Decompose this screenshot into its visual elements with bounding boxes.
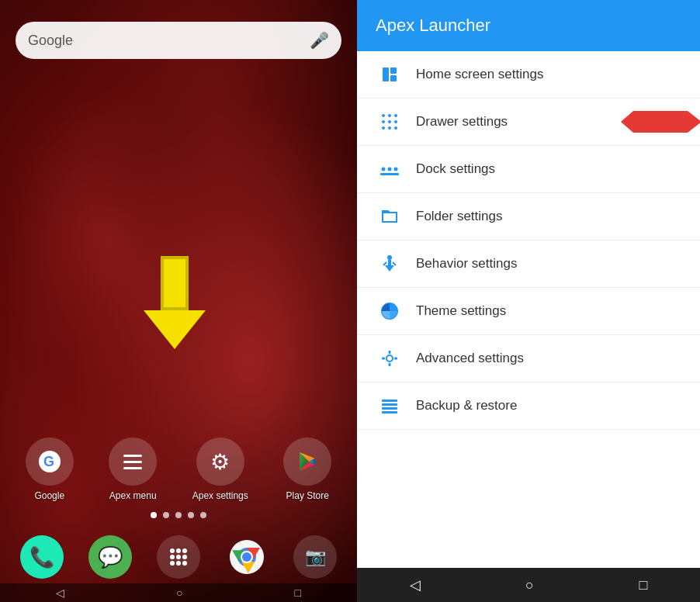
right-nav-bar: ◁ ○ □ <box>357 568 700 602</box>
red-arrow-body <box>633 111 688 133</box>
dot-5 <box>200 512 206 518</box>
svg-point-14 <box>182 561 187 566</box>
right-back-nav[interactable]: ◁ <box>394 570 436 600</box>
phone-dock-icon[interactable]: 📞 <box>20 535 64 579</box>
home-screen-label: Home screen settings <box>416 67 543 82</box>
svg-point-12 <box>170 561 175 566</box>
apex-menu-icon-circle <box>109 438 157 486</box>
camera-icon: 📷 <box>305 547 326 567</box>
right-recents-nav[interactable]: □ <box>623 571 663 600</box>
svg-point-32 <box>382 168 386 171</box>
svg-point-7 <box>176 548 181 553</box>
svg-point-28 <box>394 120 397 123</box>
dock-label: Dock settings <box>416 161 495 177</box>
svg-rect-48 <box>382 400 397 402</box>
red-arrow-tip-left <box>621 111 633 133</box>
behavior-icon <box>376 254 404 273</box>
menu-item-behavior[interactable]: Behavior settings <box>357 240 700 288</box>
messages-dock-icon[interactable]: 💬 <box>88 535 132 579</box>
home-nav-icon[interactable]: ○ <box>176 586 182 599</box>
svg-marker-38 <box>385 265 394 272</box>
svg-point-19 <box>242 552 251 562</box>
svg-point-33 <box>388 168 392 171</box>
recents-nav-icon[interactable]: □ <box>295 586 301 599</box>
menu-item-dock[interactable]: Dock settings <box>357 146 700 193</box>
svg-rect-35 <box>380 173 399 175</box>
all-apps-dock-icon[interactable] <box>157 535 200 579</box>
svg-rect-22 <box>390 75 397 81</box>
right-panel: Apex Launcher Home screen settings <box>357 0 700 602</box>
phone-icon: 📞 <box>29 545 54 569</box>
app-item-play-store[interactable]: Play Store <box>283 438 331 501</box>
dot-2 <box>163 512 169 518</box>
folder-icon <box>376 207 404 226</box>
google-search-bar[interactable]: Google 🎤 <box>16 22 341 59</box>
app-item-apex-menu[interactable]: Apex menu <box>109 438 157 501</box>
panel-header: Apex Launcher <box>357 0 700 51</box>
hamburger-icon <box>123 455 142 469</box>
mic-icon[interactable]: 🎤 <box>310 31 329 50</box>
svg-point-36 <box>387 255 392 260</box>
svg-rect-21 <box>390 67 397 74</box>
svg-point-27 <box>388 120 391 123</box>
menu-item-drawer[interactable]: Drawer settings <box>357 99 700 146</box>
dot-4 <box>188 512 194 518</box>
apex-settings-label: Apex settings <box>192 490 248 501</box>
back-nav-icon[interactable]: ◁ <box>56 586 64 599</box>
svg-line-40 <box>393 262 396 265</box>
svg-line-39 <box>383 262 386 265</box>
google-icon-circle: G <box>26 438 74 486</box>
svg-point-24 <box>388 114 391 117</box>
menu-item-theme[interactable]: Theme settings <box>357 288 700 335</box>
app-item-google[interactable]: G Google <box>26 438 74 501</box>
left-nav-bar: ◁ ○ □ <box>0 583 357 602</box>
theme-icon <box>376 302 404 320</box>
svg-rect-50 <box>382 407 397 410</box>
svg-rect-44 <box>389 351 391 354</box>
svg-point-11 <box>182 555 187 559</box>
svg-point-10 <box>176 555 181 559</box>
svg-point-13 <box>176 561 181 566</box>
folder-label: Folder settings <box>416 209 503 224</box>
svg-point-43 <box>387 356 392 361</box>
menu-item-folder[interactable]: Folder settings <box>357 193 700 240</box>
backup-label: Backup & restore <box>416 398 517 413</box>
svg-point-6 <box>170 548 175 553</box>
menu-item-backup[interactable]: Backup & restore <box>357 382 700 430</box>
svg-point-26 <box>382 120 385 123</box>
svg-point-31 <box>394 126 397 130</box>
play-store-svg <box>295 449 320 474</box>
theme-label: Theme settings <box>416 303 506 319</box>
home-screen-icon <box>376 65 404 84</box>
svg-rect-51 <box>382 411 397 413</box>
search-google-label: Google <box>28 33 310 49</box>
svg-point-23 <box>382 114 385 117</box>
backup-icon <box>376 396 404 415</box>
svg-point-8 <box>182 548 187 553</box>
app-item-apex-settings[interactable]: ⚙ Apex settings <box>192 438 248 501</box>
play-store-icon-circle <box>283 438 331 486</box>
menu-item-home-screen[interactable]: Home screen settings <box>357 51 700 99</box>
svg-point-34 <box>394 168 398 171</box>
right-home-nav[interactable]: ○ <box>510 571 549 600</box>
svg-point-25 <box>394 114 397 117</box>
dock-row: 📞 💬 <box>0 535 357 579</box>
svg-rect-46 <box>382 358 385 360</box>
camera-dock-icon[interactable]: 📷 <box>293 535 337 579</box>
svg-rect-45 <box>389 363 391 366</box>
dock-settings-icon <box>376 160 404 178</box>
svg-point-30 <box>388 126 391 130</box>
drawer-label: Drawer settings <box>416 114 508 130</box>
chrome-svg-icon <box>229 539 265 575</box>
apex-menu-label: Apex menu <box>109 490 157 501</box>
menu-item-advanced[interactable]: Advanced settings <box>357 335 700 382</box>
red-arrow-tip-right <box>688 111 700 133</box>
chrome-dock-icon[interactable] <box>225 535 269 579</box>
all-apps-grid-icon <box>168 547 189 567</box>
drawer-icon <box>376 112 404 131</box>
svg-rect-49 <box>382 403 397 406</box>
apex-settings-icon-circle: ⚙ <box>196 438 244 486</box>
panel-title: Apex Launcher <box>376 16 490 35</box>
play-store-label: Play Store <box>286 490 329 501</box>
gear-icon: ⚙ <box>210 449 230 475</box>
